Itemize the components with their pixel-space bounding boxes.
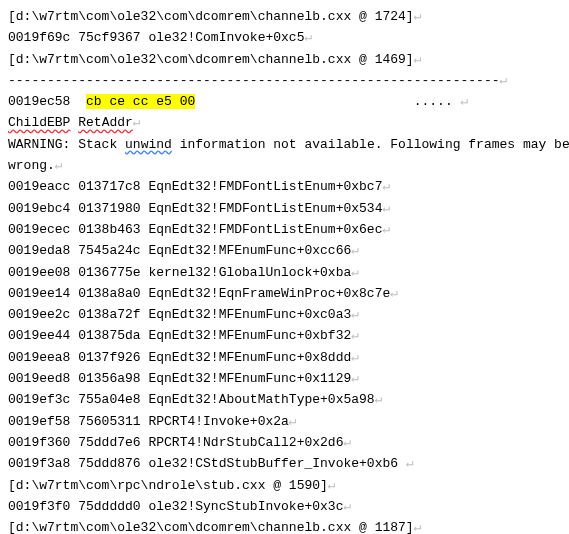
source-path-line: [d:\w7rtm\com\ole32\com\dcomrem\channelb… bbox=[8, 517, 561, 534]
highlighted-bytes: cb ce cc e5 00 bbox=[86, 94, 195, 109]
retaddr-label: RetAddr bbox=[78, 115, 133, 130]
debugger-output: [d:\w7rtm\com\ole32\com\dcomrem\channelb… bbox=[0, 0, 569, 534]
stack-frame-line: 0019ef3c 755a04e8 EqnEdt32!AboutMathType… bbox=[8, 389, 561, 410]
stack-frame-line: 0019ee44 013875da EqnEdt32!MFEnumFunc+0x… bbox=[8, 325, 561, 346]
separator-line: ----------------------------------------… bbox=[8, 70, 561, 91]
stack-frame-line: 0019ebc4 01371980 EqnEdt32!FMDFontListEn… bbox=[8, 198, 561, 219]
source-path-line: [d:\w7rtm\com\ole32\com\dcomrem\channelb… bbox=[8, 6, 561, 27]
source-path-line: [d:\w7rtm\com\rpc\ndrole\stub.cxx @ 1590… bbox=[8, 475, 561, 496]
warning-line-1: WARNING: Stack unwind information not av… bbox=[8, 134, 561, 155]
source-path-line: [d:\w7rtm\com\ole32\com\dcomrem\channelb… bbox=[8, 49, 561, 70]
memory-dump-line: 0019ec58 cb ce cc e5 00 ..... bbox=[8, 91, 561, 112]
warning-unwind-word: unwind bbox=[125, 137, 172, 152]
stack-frame-line: 0019eed8 01356a98 EqnEdt32!MFEnumFunc+0x… bbox=[8, 368, 561, 389]
childebp-label: ChildEBP bbox=[8, 115, 70, 130]
stack-frame-line: 0019eda8 7545a24c EqnEdt32!MFEnumFunc+0x… bbox=[8, 240, 561, 261]
stack-frame-line: 0019f69c 75cf9367 ole32!ComInvoke+0xc5 bbox=[8, 27, 561, 48]
stack-frame-line: 0019ee2c 0138a72f EqnEdt32!MFEnumFunc+0x… bbox=[8, 304, 561, 325]
stack-frame-line: 0019ef58 75605311 RPCRT4!Invoke+0x2a bbox=[8, 411, 561, 432]
warning-line-2: wrong. bbox=[8, 155, 561, 176]
warning-rest: information not available. Following fra… bbox=[172, 137, 569, 152]
stack-frame-line: 0019f3f0 75ddddd0 ole32!SyncStubInvoke+0… bbox=[8, 496, 561, 517]
stack-frame-line: 0019f360 75ddd7e6 RPCRT4!NdrStubCall2+0x… bbox=[8, 432, 561, 453]
stack-header-line: ChildEBP RetAddr bbox=[8, 112, 561, 133]
stack-frame-line: 0019f3a8 75ddd876 ole32!CStdStubBuffer_I… bbox=[8, 453, 561, 474]
stack-frame-line: 0019eacc 013717c8 EqnEdt32!FMDFontListEn… bbox=[8, 176, 561, 197]
ascii-tail: ..... bbox=[414, 94, 453, 109]
stack-frame-line: 0019ecec 0138b463 EqnEdt32!FMDFontListEn… bbox=[8, 219, 561, 240]
stack-frame-line: 0019ee14 0138a8a0 EqnEdt32!EqnFrameWinPr… bbox=[8, 283, 561, 304]
stack-frame-line: 0019ee08 0136775e kernel32!GlobalUnlock+… bbox=[8, 262, 561, 283]
stack-frame-line: 0019eea8 0137f926 EqnEdt32!MFEnumFunc+0x… bbox=[8, 347, 561, 368]
warning-prefix: WARNING: Stack bbox=[8, 137, 125, 152]
addr: 0019ec58 bbox=[8, 94, 70, 109]
